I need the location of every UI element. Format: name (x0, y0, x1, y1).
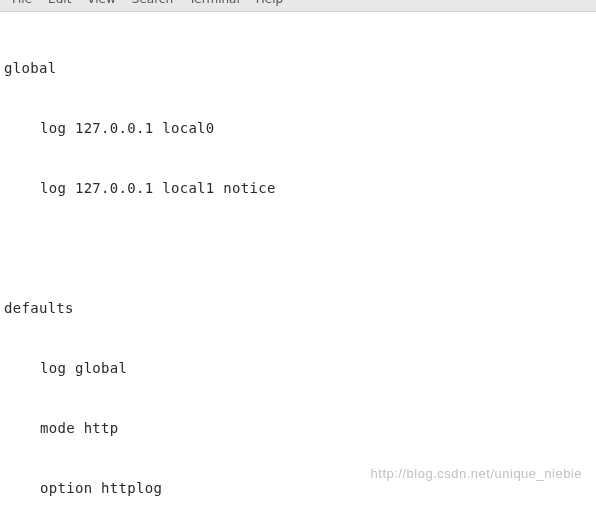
editor-area[interactable]: global log 127.0.0.1 local0 log 127.0.0.… (0, 12, 596, 511)
menu-help[interactable]: Help (248, 0, 291, 5)
config-line: log global (4, 358, 592, 378)
menubar: File Edit View Search Terminal Help (0, 0, 596, 12)
menu-file[interactable]: File (4, 0, 40, 5)
menu-terminal[interactable]: Terminal (181, 0, 248, 5)
menu-search[interactable]: Search (124, 0, 181, 5)
config-line: mode http (4, 418, 592, 438)
config-line: option httplog (4, 478, 592, 498)
config-line: defaults (4, 298, 592, 318)
menu-view[interactable]: View (79, 0, 123, 5)
config-line: global (4, 58, 592, 78)
config-line: log 127.0.0.1 local1 notice (4, 178, 592, 198)
config-line: log 127.0.0.1 local0 (4, 118, 592, 138)
watermark: http://blog.csdn.net/unique_niebie (371, 466, 582, 481)
menu-edit[interactable]: Edit (40, 0, 79, 5)
config-line (4, 238, 592, 258)
